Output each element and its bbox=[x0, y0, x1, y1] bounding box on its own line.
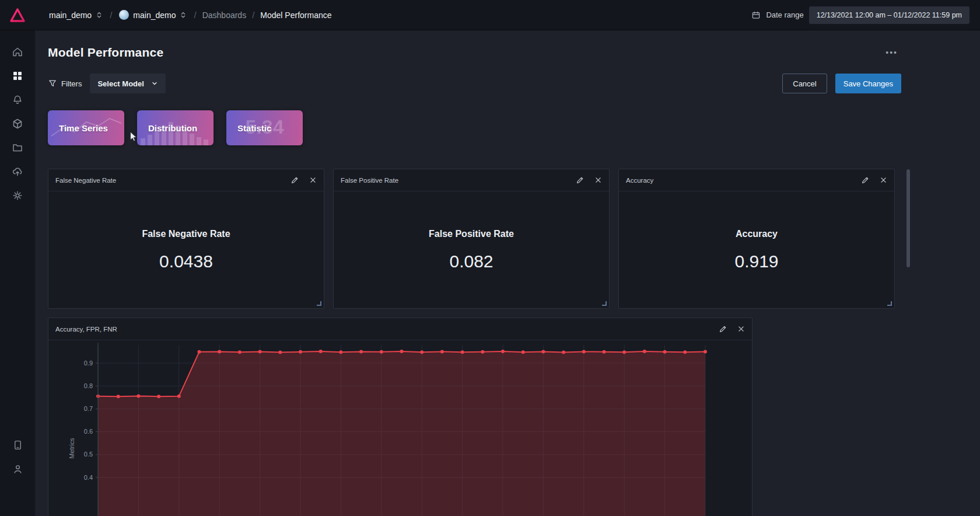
tablet-docs-icon bbox=[12, 440, 23, 451]
edit-widget-button[interactable] bbox=[576, 176, 584, 184]
add-statistic-widget-button[interactable]: 5.34 Statistic bbox=[226, 110, 303, 145]
gear-icon bbox=[12, 190, 23, 201]
remove-widget-button[interactable] bbox=[309, 176, 317, 184]
resize-handle[interactable] bbox=[602, 301, 607, 306]
close-icon bbox=[309, 176, 317, 184]
sidebar-bottom bbox=[0, 433, 35, 516]
filters-label: Filters bbox=[48, 79, 82, 88]
sidebar-item-alerts[interactable] bbox=[0, 88, 35, 111]
chart-card-accuracy-fpr-fnr: Accuracy, FPR, FNR 0.90.80.70.60.50.4Met… bbox=[48, 318, 752, 516]
edit-widget-button[interactable] bbox=[719, 325, 727, 333]
remove-widget-button[interactable] bbox=[594, 176, 602, 184]
widget-gallery: Time Series Distribution 5.34 Statistic bbox=[48, 110, 980, 145]
svg-text:0.4: 0.4 bbox=[84, 474, 93, 481]
org-name: main_demo bbox=[49, 11, 92, 20]
card-header: Accuracy, FPR, FNR bbox=[48, 318, 752, 340]
stat-body: False Negative Rate 0.0438 bbox=[48, 191, 324, 308]
stat-value: 0.0438 bbox=[159, 252, 213, 271]
calendar-icon bbox=[751, 11, 761, 20]
svg-text:0.7: 0.7 bbox=[84, 405, 93, 412]
breadcrumb-current: Model Performance bbox=[260, 11, 331, 20]
cancel-button[interactable]: Cancel bbox=[782, 74, 827, 93]
stat-body: False Positive Rate 0.082 bbox=[334, 191, 609, 308]
sidebar-item-account[interactable] bbox=[0, 457, 35, 481]
card-actions bbox=[290, 176, 317, 184]
card-header: Accuracy bbox=[619, 169, 894, 191]
stat-title: False Positive Rate bbox=[429, 229, 514, 239]
sidebar-item-deploy[interactable] bbox=[0, 159, 35, 183]
pencil-icon bbox=[576, 176, 584, 184]
chevron-updown-icon bbox=[180, 11, 187, 19]
card-header: False Negative Rate bbox=[48, 169, 324, 191]
space-selector[interactable]: main_demo bbox=[118, 8, 188, 22]
sidebar-item-models[interactable] bbox=[0, 111, 35, 135]
date-range-group: Date range 12/13/2021 12:00 am – 01/12/2… bbox=[751, 6, 970, 24]
breadcrumb-separator: / bbox=[110, 10, 112, 20]
close-icon bbox=[737, 325, 745, 333]
sidebar-item-home[interactable] bbox=[0, 40, 35, 64]
metrics-line-chart: 0.90.80.70.60.50.4Metrics bbox=[48, 340, 752, 516]
card-header-title: False Positive Rate bbox=[341, 177, 398, 184]
edit-widget-button[interactable] bbox=[290, 176, 299, 184]
add-time-series-widget-button[interactable]: Time Series bbox=[48, 110, 124, 145]
space-avatar bbox=[119, 10, 129, 20]
stat-value: 0.082 bbox=[449, 252, 493, 271]
resize-handle[interactable] bbox=[317, 301, 321, 306]
close-icon bbox=[880, 176, 887, 184]
filters-text: Filters bbox=[61, 79, 82, 88]
bell-icon bbox=[12, 94, 23, 106]
widget-label: Time Series bbox=[59, 123, 108, 133]
filters-row: Filters Select Model Cancel Save Changes bbox=[48, 74, 901, 93]
chevron-updown-icon bbox=[96, 11, 103, 19]
breadcrumb-dashboards[interactable]: Dashboards bbox=[202, 11, 247, 20]
cloud-upload-icon bbox=[12, 166, 23, 177]
topbar: main_demo / main_demo / Dashboards / Mod… bbox=[0, 0, 980, 30]
card-header-title: False Negative Rate bbox=[55, 177, 116, 184]
vertical-scrollbar-thumb[interactable] bbox=[907, 169, 910, 267]
user-icon bbox=[12, 463, 23, 475]
stat-card-accuracy: Accuracy Accuracy 0.919 bbox=[618, 169, 895, 309]
widget-label: Statistic bbox=[237, 123, 271, 133]
card-actions bbox=[719, 325, 745, 333]
card-header-title: Accuracy bbox=[626, 177, 653, 184]
main-content: Model Performance ••• Filters Select Mod… bbox=[35, 30, 980, 516]
stat-body: Accuracy 0.919 bbox=[619, 191, 894, 308]
save-changes-button[interactable]: Save Changes bbox=[835, 74, 901, 93]
date-range-label: Date range bbox=[766, 11, 803, 19]
add-distribution-widget-button[interactable]: Distribution bbox=[137, 110, 214, 145]
model-select-value: Select Model bbox=[97, 79, 144, 88]
filter-funnel-icon bbox=[48, 79, 57, 88]
sidebar-item-projects[interactable] bbox=[0, 135, 35, 159]
sidebar-item-resources[interactable] bbox=[0, 433, 35, 457]
remove-widget-button[interactable] bbox=[880, 176, 887, 184]
svg-text:Metrics: Metrics bbox=[68, 438, 75, 459]
page-title: Model Performance bbox=[48, 46, 163, 60]
stat-title: False Negative Rate bbox=[142, 229, 230, 239]
stat-value: 0.919 bbox=[734, 252, 778, 271]
card-actions bbox=[576, 176, 602, 184]
breadcrumb-separator: / bbox=[194, 10, 196, 20]
arize-logo[interactable] bbox=[0, 0, 35, 30]
resize-handle[interactable] bbox=[887, 301, 892, 306]
chart-body: 0.90.80.70.60.50.4Metrics bbox=[48, 340, 752, 516]
svg-text:0.8: 0.8 bbox=[84, 382, 93, 389]
svg-text:0.5: 0.5 bbox=[84, 451, 93, 458]
sidebar-item-dashboards[interactable] bbox=[0, 64, 35, 88]
stat-card-false-positive-rate: False Positive Rate False Positive bbox=[333, 169, 610, 309]
stat-cards-row: False Negative Rate False Negative bbox=[48, 169, 980, 309]
org-selector[interactable]: main_demo bbox=[48, 8, 104, 22]
remove-widget-button[interactable] bbox=[737, 325, 745, 333]
edit-widget-button[interactable] bbox=[861, 176, 870, 184]
pencil-icon bbox=[861, 176, 870, 184]
sidebar-item-settings[interactable] bbox=[0, 183, 35, 207]
pencil-icon bbox=[719, 325, 727, 333]
title-row: Model Performance ••• bbox=[48, 46, 901, 60]
date-range-button[interactable]: 12/13/2021 12:00 am – 01/12/2022 11:59 p… bbox=[809, 6, 970, 24]
arize-logo-icon bbox=[9, 7, 26, 23]
breadcrumb: main_demo / main_demo / Dashboards / Mod… bbox=[48, 8, 332, 22]
ellipsis-menu-button[interactable]: ••• bbox=[882, 46, 901, 60]
model-select-dropdown[interactable]: Select Model bbox=[90, 74, 165, 93]
widget-label: Distribution bbox=[148, 123, 197, 133]
stat-card-false-negative-rate: False Negative Rate False Negative bbox=[48, 169, 324, 309]
pencil-icon bbox=[290, 176, 299, 184]
